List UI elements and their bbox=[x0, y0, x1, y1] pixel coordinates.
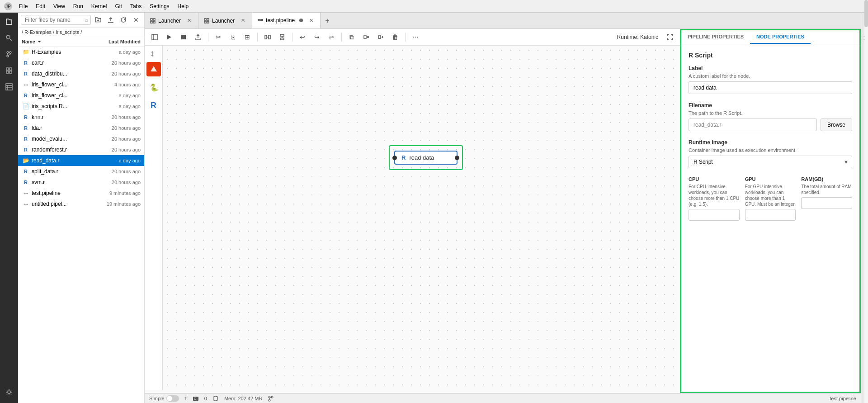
menu-settings[interactable]: Settings bbox=[146, 2, 173, 10]
delete-btn[interactable]: 🗑 bbox=[389, 31, 401, 43]
file-modified: 20 hours ago bbox=[100, 136, 141, 142]
add-port-btn[interactable] bbox=[374, 31, 387, 43]
menu-file[interactable]: File bbox=[15, 2, 31, 10]
browse-btn[interactable]: Browse bbox=[821, 119, 852, 131]
sidebar-btn-settings[interactable] bbox=[2, 385, 16, 399]
undo-btn[interactable]: ↩ bbox=[296, 31, 309, 43]
node-port-right[interactable] bbox=[455, 156, 459, 160]
tab-close-btn[interactable]: ✕ bbox=[307, 17, 315, 24]
pipeline-node[interactable]: R read data bbox=[394, 151, 458, 165]
file-row[interactable]: R data_distribu... 20 hours ago bbox=[18, 68, 144, 79]
tab-pipeline-properties[interactable]: PIPELINE PROPERTIES bbox=[681, 30, 750, 44]
ram-input[interactable] bbox=[801, 197, 852, 209]
file-row[interactable]: ⊶ untitled.pipel... 19 minutes ago bbox=[18, 199, 144, 209]
runtime-select[interactable]: R Script Python Other bbox=[689, 156, 852, 168]
menu-edit[interactable]: Edit bbox=[32, 2, 49, 10]
r-tool-btn[interactable]: R bbox=[146, 98, 161, 113]
file-row[interactable]: 📁 R-Examples a day ago bbox=[18, 47, 144, 57]
cut-btn[interactable]: ✂ bbox=[212, 31, 225, 43]
svg-rect-22 bbox=[151, 21, 152, 23]
label-input[interactable] bbox=[689, 81, 852, 94]
menu-run[interactable]: Run bbox=[70, 2, 87, 10]
menu-help[interactable]: Help bbox=[174, 2, 193, 10]
sidebar-btn-files[interactable] bbox=[2, 14, 16, 29]
gpu-input[interactable] bbox=[745, 209, 796, 221]
toolbar-separator bbox=[405, 33, 406, 42]
paste-btn[interactable]: ⊞ bbox=[241, 31, 254, 43]
stop-pipeline-btn[interactable] bbox=[177, 31, 190, 43]
more-btn[interactable]: ⋯ bbox=[409, 31, 422, 43]
breadcrumb-text: / R-Examples / iris_scripts / bbox=[22, 29, 82, 35]
pipeline-canvas[interactable]: R read data bbox=[163, 46, 680, 390]
menu-git[interactable]: Git bbox=[112, 2, 126, 10]
file-name: iris_scripts.R... bbox=[32, 103, 100, 109]
tab-launcher-1[interactable]: Launcher ✕ bbox=[145, 13, 198, 28]
run-pipeline-btn[interactable] bbox=[163, 31, 175, 43]
upload-btn[interactable] bbox=[105, 14, 116, 25]
file-row[interactable]: R svm.r 20 hours ago bbox=[18, 177, 144, 188]
sidebar-btn-search[interactable] bbox=[2, 31, 16, 45]
prop-field-runtime: Runtime Image Container image used as ex… bbox=[689, 139, 852, 168]
col-header-modified[interactable]: Last Modified bbox=[100, 39, 141, 44]
file-row[interactable]: ⊶ iris_flower_cl... 4 hours ago bbox=[18, 79, 144, 90]
sidebar-btn-extension[interactable] bbox=[2, 63, 16, 78]
file-row[interactable]: R iris_flower_cl... a day ago bbox=[18, 90, 144, 101]
file-row[interactable]: R model_evalu... 20 hours ago bbox=[18, 133, 144, 144]
file-row[interactable]: R lda.r 20 hours ago bbox=[18, 123, 144, 133]
new-folder-btn[interactable] bbox=[93, 14, 104, 25]
file-row-selected[interactable]: 📂 read_data.r a day ago bbox=[18, 155, 144, 166]
node-port-left[interactable] bbox=[392, 156, 397, 160]
layout-h-btn[interactable] bbox=[261, 31, 274, 43]
expand-panel-btn[interactable] bbox=[149, 49, 158, 58]
tab-close-btn[interactable]: ✕ bbox=[239, 17, 246, 24]
python-tool-btn[interactable]: 🐍 bbox=[146, 80, 161, 95]
mode-label: Simple bbox=[149, 396, 165, 401]
layout-v-btn[interactable] bbox=[276, 31, 288, 43]
filter-input[interactable] bbox=[21, 15, 91, 25]
filename-input[interactable] bbox=[689, 119, 817, 131]
remove-port-btn[interactable] bbox=[360, 31, 373, 43]
refresh-btn[interactable] bbox=[118, 14, 129, 25]
svg-rect-35 bbox=[181, 35, 186, 39]
tab-launcher-2[interactable]: Launcher ✕ bbox=[198, 13, 252, 28]
menu-kernel[interactable]: Kernel bbox=[88, 2, 111, 10]
sidebar-btn-git[interactable] bbox=[2, 47, 16, 62]
svg-marker-34 bbox=[167, 35, 171, 39]
redo-btn[interactable]: ↪ bbox=[311, 31, 323, 43]
copy-btn[interactable]: ⎘ bbox=[226, 31, 239, 43]
r-file-icon: R bbox=[22, 146, 30, 154]
file-row[interactable]: ⊶ test.pipeline 9 minutes ago bbox=[18, 188, 144, 199]
tab-pipeline[interactable]: test.pipeline ✕ bbox=[252, 13, 321, 28]
fullscreen-btn[interactable] bbox=[664, 31, 676, 43]
sidebar-btn-table[interactable] bbox=[2, 80, 16, 94]
breadcrumb: / R-Examples / iris_scripts / bbox=[18, 28, 144, 37]
link-btn[interactable]: ⇌ bbox=[325, 31, 338, 43]
file-row[interactable]: R randomforest.r 20 hours ago bbox=[18, 144, 144, 155]
col-header-name[interactable]: Name bbox=[22, 39, 100, 44]
menu-tabs[interactable]: Tabs bbox=[127, 2, 145, 10]
file-row[interactable]: R knn.r 20 hours ago bbox=[18, 112, 144, 123]
menu-view[interactable]: View bbox=[50, 2, 69, 10]
prop-field-filename: Filename The path to the R Script. Brows… bbox=[689, 102, 852, 131]
orange-tool-btn[interactable] bbox=[146, 62, 161, 76]
collapse-panel-btn[interactable] bbox=[148, 31, 161, 43]
cpu-input[interactable] bbox=[689, 209, 740, 221]
new-tab-btn[interactable]: + bbox=[321, 13, 334, 28]
mode-switch[interactable] bbox=[166, 395, 179, 402]
r-file-icon: R bbox=[22, 135, 30, 143]
mode-toggle: Simple bbox=[149, 395, 179, 402]
tab-close-btn[interactable]: ✕ bbox=[185, 17, 193, 24]
file-row[interactable]: R cart.r 20 hours ago bbox=[18, 57, 144, 68]
cpu-status-icon bbox=[212, 395, 219, 402]
file-row[interactable]: R split_data.r 20 hours ago bbox=[18, 166, 144, 177]
tab-label: Launcher bbox=[212, 18, 235, 24]
svg-rect-23 bbox=[153, 21, 155, 23]
clear-btn[interactable]: ✕ bbox=[131, 14, 142, 25]
pipeline-node-selection[interactable]: R read data bbox=[389, 145, 463, 170]
file-row[interactable]: 📄 iris_scripts.R... a day ago bbox=[18, 101, 144, 112]
tab-node-properties[interactable]: NODE PROPERTIES bbox=[750, 30, 811, 44]
dup-node-btn[interactable]: ⧉ bbox=[345, 31, 358, 43]
resource-grid: CPU For CPU-intensive workloads, you can… bbox=[689, 176, 852, 221]
export-btn[interactable] bbox=[192, 31, 204, 43]
ram-desc: The total amount of RAM specified. bbox=[801, 184, 852, 195]
